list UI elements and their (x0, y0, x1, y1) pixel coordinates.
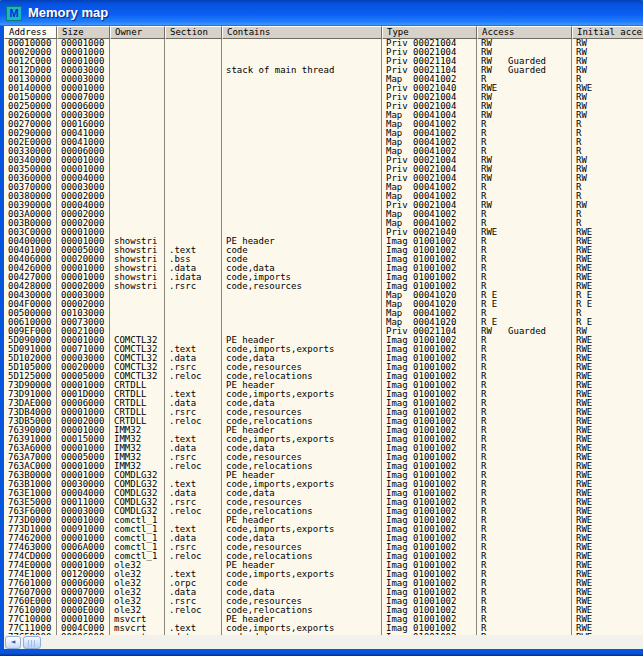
scroll-left-button[interactable]: ◄ (5, 636, 21, 649)
cell-address: 773D0000 (4, 516, 57, 525)
table-row[interactable]: 73D910000001D000CRTDLL.textcode,imports,… (4, 390, 643, 399)
column-header-owner[interactable]: Owner (110, 26, 165, 39)
cell-address: 00428000 (4, 282, 57, 291)
table-row[interactable]: 0027000000016000Map 00041002RR (4, 120, 643, 129)
table-row[interactable]: 763E100000004000COMDLG32.datacode,dataIm… (4, 489, 643, 498)
cell-initial-access: RWE (572, 336, 643, 345)
table-row[interactable]: 0042700000001000showstri.idatacode,impor… (4, 273, 643, 282)
table-row[interactable]: 003A000000002000Map 00041002RR (4, 210, 643, 219)
table-row[interactable]: 0012D00000003000stack of main threadPriv… (4, 66, 643, 75)
table-row[interactable]: 763B100000030000COMDLG32.textcode,import… (4, 480, 643, 489)
cell-access: R (477, 192, 572, 201)
table-row[interactable]: 0038000000002000Map 00041002RR (4, 192, 643, 201)
cell-access: R (477, 219, 572, 228)
table-row[interactable]: 73DB400000001000CRTDLL.rsrccode,resource… (4, 408, 643, 417)
table-row[interactable]: 77C110000004C000msvcrt.textcode,imports,… (4, 624, 643, 633)
ollydbg-window-icon[interactable]: M (6, 6, 22, 21)
cell-access: RW (477, 48, 572, 57)
table-row[interactable]: 763F600000003000COMDLG32.reloccode,reloc… (4, 507, 643, 516)
table-row[interactable]: 0040100000005000showstri.textcodeImag 01… (4, 246, 643, 255)
column-header-section[interactable]: Section (165, 26, 222, 39)
column-header-size[interactable]: Size (57, 26, 110, 39)
table-row[interactable]: 0039000000004000Priv 00021004RWRW (4, 201, 643, 210)
cell-type: Imag 01001002 (382, 417, 477, 426)
window-titlebar[interactable]: M Memory map (0, 0, 643, 26)
cell-access: RW (477, 102, 572, 111)
table-row[interactable]: 0033000000006000Map 00041002RR (4, 147, 643, 156)
table-row[interactable]: 7639100000015000IMM32.textcode,imports,e… (4, 435, 643, 444)
cell-type: Map 00041004 (382, 111, 477, 120)
cell-owner: COMDLG32 (110, 498, 165, 507)
table-row[interactable]: 5D12500000005000COMCTL32.reloccode,reloc… (4, 372, 643, 381)
table-row[interactable]: 0061000000073000Map 00041020R ER E (4, 318, 643, 327)
table-row[interactable]: 0034000000001000Priv 00021004RWRW (4, 156, 643, 165)
scrollbar-thumb[interactable] (23, 636, 41, 649)
table-row[interactable]: 0036000000004000Priv 00021004RWRW (4, 174, 643, 183)
table-row[interactable]: 0042800000002000showstri.rsrccode,resour… (4, 282, 643, 291)
table-row[interactable]: 7760100000006000ole32.orpccodeImag 01001… (4, 579, 643, 588)
cell-contains: code,data (222, 534, 382, 543)
table-row[interactable]: 5D09100000071000COMCTL32.textcode,import… (4, 345, 643, 354)
table-row[interactable]: 774E100000120000ole32.textcode,imports,e… (4, 570, 643, 579)
table-row[interactable]: 763B000000001000COMDLG32PE headerImag 01… (4, 471, 643, 480)
table-row[interactable]: 774CD00000006000comctl_1.reloccode,reloc… (4, 552, 643, 561)
table-row[interactable]: 0013000000003000Map 00041002RR (4, 75, 643, 84)
table-row[interactable]: 5D10200000003000COMCTL32.datacode,dataIm… (4, 354, 643, 363)
column-header-address[interactable]: Address (4, 26, 57, 39)
horizontal-scrollbar[interactable]: ◄ (4, 635, 643, 649)
table-row[interactable]: 774630000006A000comctl_1.rsrccode,resour… (4, 543, 643, 552)
table-row[interactable]: 773D100000091000comctl_1.textcode,import… (4, 525, 643, 534)
table-row[interactable]: 73DAE00000006000CRTDLL.datacode,dataImag… (4, 399, 643, 408)
cell-owner (110, 111, 165, 120)
table-row[interactable]: 7760700000007000ole32.datacode,dataImag … (4, 588, 643, 597)
column-header-access[interactable]: Access (477, 26, 572, 39)
table-row[interactable]: 5D09000000001000COMCTL32PE headerImag 01… (4, 336, 643, 345)
table-row[interactable]: 763A600000001000IMM32.datacode,dataImag … (4, 444, 643, 453)
table-row[interactable]: 0040000000001000showstriPE headerImag 01… (4, 237, 643, 246)
table-row[interactable]: 004F000000002000Map 00041020R ER E (4, 300, 643, 309)
table-row[interactable]: 0001000000001000Priv 00021004RWRW (4, 39, 643, 48)
table-row[interactable]: 7760E00000002000ole32.rsrccode,resources… (4, 597, 643, 606)
cell-access: R (477, 543, 572, 552)
table-row[interactable]: 0026000000003000Map 00041004RWRW (4, 111, 643, 120)
table-row[interactable]: 003C000000001000Priv 00021040RWERWE (4, 228, 643, 237)
table-row[interactable]: 0029000000041000Map 00041002RR (4, 129, 643, 138)
table-row[interactable]: 7746200000001000comctl_1.datacode,dataIm… (4, 534, 643, 543)
table-row[interactable]: 73DB500000002000CRTDLL.reloccode,relocat… (4, 417, 643, 426)
column-header-initial-access[interactable]: Initial access (572, 26, 643, 39)
table-row[interactable]: 7639000000001000IMM32PE headerImag 01001… (4, 426, 643, 435)
table-row[interactable]: 0040600000020000showstri.bsscodeImag 010… (4, 255, 643, 264)
table-row[interactable]: 0050000000103000Map 00041002RR (4, 309, 643, 318)
table-row[interactable]: 009EF00000021000Priv 00021104RW GuardedR… (4, 327, 643, 336)
table-row[interactable]: 73D9000000001000CRTDLLPE headerImag 0100… (4, 381, 643, 390)
cell-access: R (477, 237, 572, 246)
table-row[interactable]: 0037000000003000Map 00041002RR (4, 183, 643, 192)
column-header-contains[interactable]: Contains (222, 26, 382, 39)
table-row[interactable]: 0002000000001000Priv 00021004RWRW (4, 48, 643, 57)
table-row[interactable]: 763AC00000001000IMM32.reloccode,relocati… (4, 462, 643, 471)
table-row[interactable]: 0035000000001000Priv 00021004RWRW (4, 165, 643, 174)
table-row[interactable]: 002E000000041000Map 00041002RR (4, 138, 643, 147)
table-row[interactable]: 0042600000001000showstri.datacode,dataIm… (4, 264, 643, 273)
table-row[interactable]: 0014000000001000Priv 00021040RWERWE (4, 84, 643, 93)
table-row[interactable]: 773D000000001000comctl_1PE headerImag 01… (4, 516, 643, 525)
table-row[interactable]: 776100000000E000ole32.reloccode,relocati… (4, 606, 643, 615)
table-row[interactable]: 774E000000001000ole32PE headerImag 01001… (4, 561, 643, 570)
table-row[interactable]: 003B000000002000Map 00041002RR (4, 219, 643, 228)
column-header-type[interactable]: Type (382, 26, 477, 39)
cell-type: Imag 01001002 (382, 255, 477, 264)
cell-size: 00001000 (57, 534, 110, 543)
table-row[interactable]: 0025000000006000Priv 00021004RWRW (4, 102, 643, 111)
table-row[interactable]: 763A700000005000IMM32.rsrccode,resources… (4, 453, 643, 462)
table-row[interactable]: 0015000000007000Priv 00021004RWRW (4, 93, 643, 102)
cell-contains (222, 147, 382, 156)
table-row[interactable]: 763E500000011000COMDLG32.rsrccode,resour… (4, 498, 643, 507)
table-row[interactable]: 5D10500000020000COMCTL32.rsrccode,resour… (4, 363, 643, 372)
table-row[interactable]: 0012C00000001000Priv 00021104RW GuardedR… (4, 57, 643, 66)
cell-contains: code,data (222, 444, 382, 453)
cell-address: 00426000 (4, 264, 57, 273)
table-row[interactable]: 77C1000000001000msvcrtPE headerImag 0100… (4, 615, 643, 624)
cell-contains: code,imports,exports (222, 435, 382, 444)
cell-type: Imag 01001002 (382, 561, 477, 570)
table-row[interactable]: 0043000000003000Map 00041020R ER E (4, 291, 643, 300)
